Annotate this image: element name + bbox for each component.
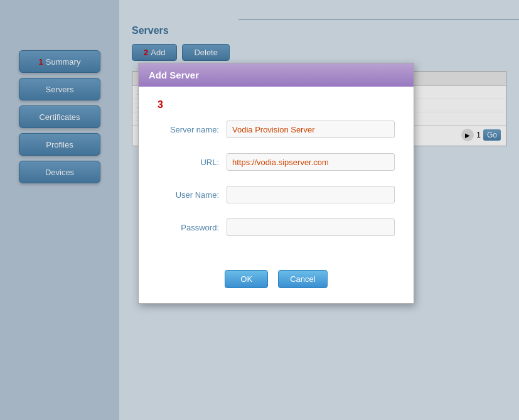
username-input[interactable] (227, 186, 395, 203)
password-row: Password: (158, 218, 395, 236)
server-name-input[interactable] (227, 121, 395, 138)
password-label: Password: (158, 223, 227, 232)
modal-title: Add Server (149, 70, 199, 80)
url-label: URL: (158, 158, 227, 167)
username-row: User Name: (158, 186, 395, 203)
username-label: User Name: (158, 190, 227, 200)
cancel-button[interactable]: Cancel (278, 270, 327, 288)
step-number: 3 (158, 99, 395, 110)
server-name-row: Server name: (158, 121, 395, 138)
modal-header: Add Server (139, 63, 414, 87)
add-server-modal: Add Server 3 Server name: URL: User Name… (138, 63, 414, 304)
modal-body: 3 Server name: URL: User Name: Password: (139, 87, 414, 270)
password-input[interactable] (227, 218, 395, 236)
modal-footer: OK Cancel (139, 270, 414, 303)
modal-overlay: Add Server 3 Server name: URL: User Name… (0, 0, 519, 420)
url-row: URL: (158, 153, 395, 171)
ok-button[interactable]: OK (225, 270, 268, 288)
server-name-label: Server name: (158, 125, 227, 134)
url-input[interactable] (227, 153, 395, 171)
